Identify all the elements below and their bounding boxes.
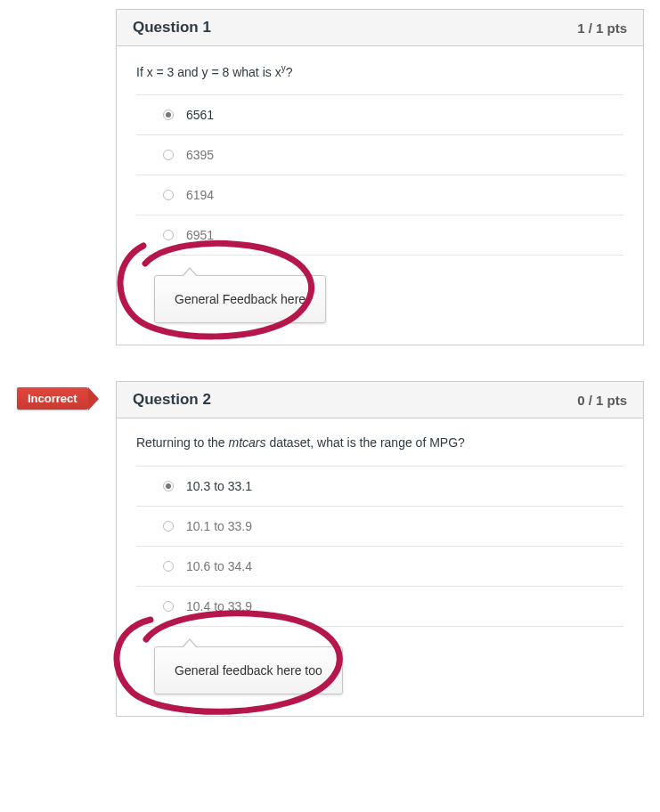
answer-text: 10.1 to 33.9 (186, 519, 252, 533)
question-points: 1 / 1 pts (577, 20, 627, 36)
answer-text: 10.3 to 33.1 (186, 479, 252, 493)
feedback-box: General Feedback here (154, 275, 326, 323)
question-title: Question 1 (133, 19, 211, 37)
answer-option[interactable]: 6951 (136, 215, 623, 256)
feedback-text: General feedback here too (175, 663, 322, 678)
answer-text: 10.6 to 34.4 (186, 559, 252, 573)
answer-option[interactable]: 10.6 to 34.4 (136, 547, 623, 587)
answer-option[interactable]: 6561 (136, 95, 623, 135)
question-header: Question 1 1 / 1 pts (117, 10, 643, 46)
incorrect-badge: Incorrect (17, 387, 88, 410)
answer-text: 6561 (186, 108, 214, 122)
answer-option[interactable]: 6194 (136, 175, 623, 215)
radio-icon (163, 190, 174, 200)
answer-text: 10.4 to 33.9 (186, 599, 252, 613)
radio-icon (163, 601, 174, 612)
answers-group: 10.3 to 33.1 10.1 to 33.9 10.6 to 34.4 1… (136, 466, 623, 627)
question-header: Question 2 0 / 1 pts (117, 382, 643, 418)
radio-icon (163, 150, 174, 160)
badge-label: Incorrect (28, 392, 77, 405)
question-block-2: Incorrect Question 2 0 / 1 pts Returning… (116, 381, 644, 717)
feedback-box: General feedback here too (154, 646, 343, 694)
question-body: If x = 3 and y = 8 what is xy? 6561 6395… (117, 46, 643, 345)
radio-icon (163, 110, 174, 120)
question-block-1: Question 1 1 / 1 pts If x = 3 and y = 8 … (116, 9, 644, 345)
answer-option[interactable]: 10.4 to 33.9 (136, 587, 623, 627)
answer-text: 6194 (186, 188, 214, 202)
answer-text: 6951 (186, 228, 214, 242)
radio-icon (163, 561, 174, 572)
question-prompt: If x = 3 and y = 8 what is xy? (136, 62, 623, 81)
answer-option[interactable]: 10.3 to 33.1 (136, 467, 623, 507)
radio-icon (163, 230, 174, 240)
answers-group: 6561 6395 6194 6951 (136, 94, 623, 256)
question-body: Returning to the mtcars dataset, what is… (117, 418, 643, 716)
question-points: 0 / 1 pts (577, 393, 627, 408)
feedback-text: General Feedback here (175, 292, 306, 306)
question-title: Question 2 (133, 391, 211, 409)
answer-text: 6395 (186, 148, 214, 162)
answer-option[interactable]: 10.1 to 33.9 (136, 507, 623, 547)
radio-icon (163, 521, 174, 532)
answer-option[interactable]: 6395 (136, 135, 623, 175)
radio-icon (163, 481, 174, 491)
question-prompt: Returning to the mtcars dataset, what is… (136, 434, 623, 452)
